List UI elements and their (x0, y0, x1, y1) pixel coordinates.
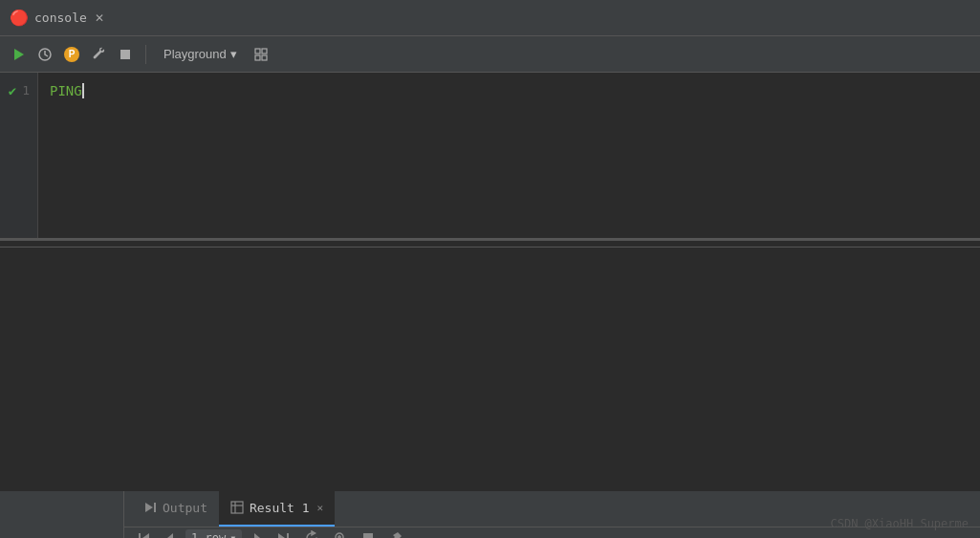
svg-marker-17 (278, 533, 285, 538)
pin-icon (388, 530, 403, 538)
wrench-icon (91, 47, 106, 62)
run-button[interactable] (8, 44, 29, 65)
close-window-button[interactable]: ✕ (95, 11, 104, 25)
history-button[interactable] (34, 44, 55, 65)
rows-dropdown-arrow: ▾ (229, 531, 236, 538)
svg-rect-8 (154, 503, 156, 512)
first-page-button[interactable] (132, 528, 155, 538)
svg-marker-18 (312, 531, 316, 535)
next-page-button[interactable] (246, 528, 269, 538)
tab-result1[interactable]: Result 1 ✕ (219, 490, 335, 527)
watermark: CSDN @XiaoHH Superme (831, 517, 969, 530)
svg-marker-14 (167, 533, 173, 538)
grid-button[interactable] (250, 44, 272, 65)
svg-marker-15 (254, 533, 260, 538)
title-bar: 🔴 console ✕ (0, 0, 980, 36)
grid-icon (253, 47, 269, 62)
svg-rect-12 (139, 533, 141, 538)
code-editor[interactable]: PING (38, 73, 980, 238)
tab-output[interactable]: Output (132, 490, 219, 527)
next-page-icon (250, 531, 264, 538)
svg-rect-5 (255, 55, 260, 60)
checkmark-icon: ✔ (9, 80, 16, 101)
bottom-section: Output Result 1 ✕ (0, 249, 980, 538)
code-text: PING (50, 80, 82, 101)
stop-results-icon (361, 531, 375, 538)
svg-marker-0 (14, 49, 24, 60)
main-toolbar: P Playground ▾ (0, 36, 980, 73)
left-sidebar (0, 491, 124, 538)
settings-button[interactable] (88, 44, 109, 65)
svg-rect-6 (262, 55, 267, 60)
refresh-button[interactable] (299, 527, 324, 538)
svg-rect-16 (287, 533, 289, 538)
play-icon (11, 47, 26, 62)
rows-label: 1 row (191, 531, 226, 538)
app-icon: 🔴 (10, 9, 29, 27)
playground-dropdown-button[interactable]: Playground ▾ (156, 43, 245, 65)
panel-divider (0, 240, 980, 247)
svg-rect-9 (231, 502, 243, 513)
zoom-icon (333, 530, 348, 538)
cursor (82, 83, 84, 98)
result-grid-icon (230, 501, 244, 514)
stop-results-button[interactable] (357, 528, 380, 538)
pin-button[interactable] (383, 527, 408, 538)
last-page-button[interactable] (272, 528, 295, 538)
output-icon (143, 501, 157, 514)
results-panel: Output Result 1 ✕ (124, 491, 980, 538)
result-tab-label: Result 1 (250, 501, 310, 515)
svg-marker-7 (145, 503, 153, 512)
profile-icon: P (64, 47, 79, 62)
dropdown-arrow: ▾ (230, 47, 237, 61)
rows-selector[interactable]: 1 row ▾ (185, 529, 242, 538)
svg-rect-2 (120, 50, 130, 59)
result-tab-close[interactable]: ✕ (317, 502, 324, 514)
playground-label: Playground (163, 47, 227, 61)
last-page-icon (277, 531, 291, 538)
svg-rect-23 (363, 533, 373, 538)
prev-page-icon (163, 531, 177, 538)
sidebar-empty-space (0, 491, 123, 538)
refresh-icon (304, 530, 319, 538)
clock-icon (37, 47, 53, 62)
stop-icon (118, 47, 133, 62)
svg-rect-4 (262, 49, 267, 54)
line-numbers: ✔ 1 (0, 73, 38, 238)
profile-button[interactable]: P (61, 44, 82, 65)
separator-1 (145, 45, 146, 64)
prev-page-button[interactable] (159, 528, 182, 538)
zoom-button[interactable] (328, 527, 353, 538)
line-1-number: ✔ 1 (9, 80, 30, 101)
first-page-icon (137, 531, 150, 538)
svg-marker-13 (142, 533, 149, 538)
editor-area: ✔ 1 PING (0, 73, 980, 240)
window-title: console (34, 11, 87, 25)
svg-rect-3 (255, 49, 260, 54)
code-line-1: PING (50, 80, 969, 101)
stop-button[interactable] (115, 44, 136, 65)
output-tab-label: Output (163, 501, 207, 515)
